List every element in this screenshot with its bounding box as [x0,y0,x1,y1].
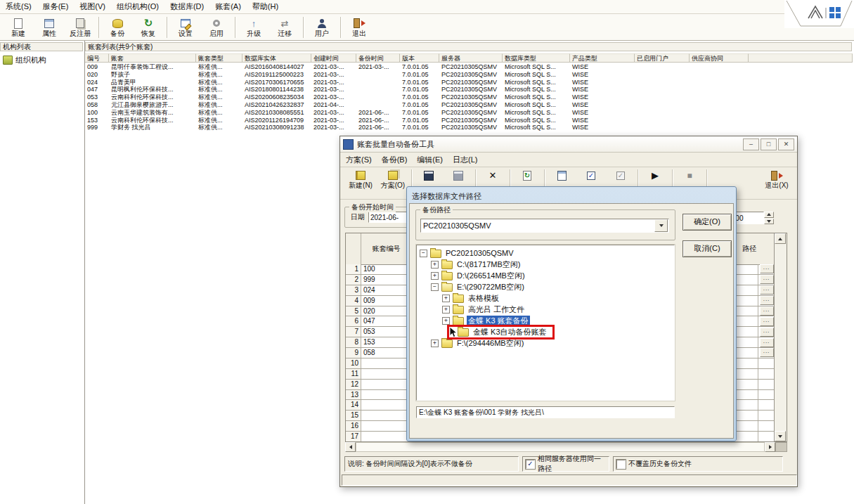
row-number: 2 [346,275,361,285]
column-header-0[interactable]: 编号 [85,53,109,63]
tree-expander-icon[interactable]: + [431,340,439,347]
tree-expander-icon[interactable]: + [442,295,450,302]
column-header-7[interactable]: 服务器 [439,53,503,63]
users-button[interactable]: 用户 [306,15,337,39]
browse-path-button[interactable]: ... [760,317,774,326]
table-row[interactable]: 058元江县御泉樱旅游开...标准供...AIS2021042623283720… [85,101,853,109]
migrate-button[interactable]: ⇄迁移 [269,15,300,39]
new-doc-button[interactable]: 新建 [3,15,34,39]
tree-expander-icon[interactable]: − [420,250,427,257]
main-menu-item-3[interactable]: 组织机构(O) [117,1,159,12]
column-header-9[interactable]: 产品类型 [570,53,635,63]
grid-horizontal-scrollbar[interactable] [345,442,787,452]
backup-tool-titlebar[interactable]: 账套批量自动备份工具 – □ ✕ [340,136,797,153]
grid-vertical-scrollbar[interactable] [774,233,787,441]
scrollbar-track[interactable] [356,442,765,452]
column-header-11[interactable]: 供应商协同 [690,53,749,63]
tree-node-3[interactable]: −E:\(290722MB空闲) [417,281,674,292]
backup-path-combobox[interactable]: PC20210305QSMV [420,219,669,233]
restore-button[interactable]: ↻恢复 [133,15,164,39]
backup-menu-item-2[interactable]: 编辑(E) [417,155,443,165]
spinner-up-icon[interactable] [764,212,774,218]
column-header-10[interactable]: 已启用门户 [635,53,690,63]
browse-path-button[interactable]: ... [760,306,774,316]
main-menu-item-5[interactable]: 账套(A) [215,1,241,12]
org-tree-item[interactable]: 组织机构 [0,53,83,65]
main-menu-item-6[interactable]: 帮助(H) [252,1,278,12]
browse-path-button[interactable]: ... [760,296,774,305]
checkbox-checked-icon[interactable]: ✓ [526,460,535,469]
table-row[interactable]: 999学财务 找光吕标准供...AIS202103080912382021-03… [85,124,853,131]
scroll-left-icon[interactable] [345,442,356,452]
column-header-6[interactable]: 版本 [400,53,439,63]
table-row[interactable]: 024品青美甲标准供...AIS201703061706552021-03-..… [85,79,853,86]
column-header-2[interactable]: 账套类型 [196,53,242,63]
table-row[interactable]: 047昆明枫利伦环保科技...标准供...AIS2018080114423820… [85,86,853,93]
tree-expander-icon[interactable]: − [431,283,439,291]
column-header-5[interactable]: 备份时间 [356,53,400,63]
backup-menu-item-3[interactable]: 日志(L) [453,155,477,165]
same-path-checkbox[interactable]: ✓ 相同服务器使用同一路径 [522,456,609,472]
table-row[interactable]: 020野孩子标准供...AIS201911250002232021-03-...… [85,71,853,79]
spinner-down-icon[interactable] [764,219,774,225]
tree-node-5[interactable]: +高光吕 工作文件 [417,304,674,315]
main-menu-item-4[interactable]: 数据库(D) [170,1,204,12]
properties-button[interactable]: 属性 [34,15,65,39]
main-menu-item-2[interactable]: 视图(V) [79,1,105,12]
column-header-4[interactable]: 创建时间 [311,53,356,63]
minimize-button[interactable]: – [743,138,759,150]
tree-node-4[interactable]: +表格模板 [417,292,674,304]
column-header-1[interactable]: 账套 [109,53,196,63]
path-dialog-titlebar[interactable]: 选择数据库文件路径 [409,189,734,203]
column-header-3[interactable]: 数据库实体 [242,53,311,63]
tree-expander-icon[interactable]: + [442,306,450,314]
ok-button[interactable]: 确定(O) [682,214,732,231]
tree-node-0[interactable]: −PC20210305QSMV [417,247,674,259]
backup-menu-item-0[interactable]: 方案(S) [346,155,372,165]
main-menu-item-1[interactable]: 服务(E) [43,1,69,12]
browse-path-button[interactable]: ... [760,338,774,347]
table-row[interactable]: 153云南科利伦环保科技...标准供...AIS2020112619470920… [85,117,853,124]
main-menu-item-0[interactable]: 系统(S) [6,1,32,12]
scroll-right-icon[interactable] [765,442,775,452]
browse-path-button[interactable]: ... [760,328,774,337]
backup-button[interactable]: 备份 [102,15,133,39]
open-plan-button[interactable]: 方案(O) [377,169,409,198]
close-button[interactable]: ✕ [778,138,794,150]
browse-path-button[interactable]: ... [760,275,774,284]
browse-path-button[interactable]: ... [760,264,774,273]
row-number: 10 [346,358,361,368]
table-row[interactable]: 053云南科利伦环保科技...标准供...AIS2020060823503420… [85,93,853,101]
enable-button[interactable]: 启用 [201,15,232,39]
account-code-cell [361,400,412,410]
table-cell [690,101,749,109]
no-overwrite-checkbox[interactable]: 不覆盖历史备份文件 [613,456,783,472]
tree-node-7[interactable]: 金蝶 K3自动备份账套 [417,326,674,337]
settings-button[interactable]: 设置 [170,15,201,39]
scroll-up-icon[interactable] [775,233,786,244]
cancel-button[interactable]: 取消(C) [682,240,732,257]
upgrade-button[interactable]: ↑升级 [238,15,269,39]
backup-menu-item-1[interactable]: 备份(B) [382,155,408,165]
table-row[interactable]: 100云南玉华建筑装饰有...标准供...AIS2021030808555120… [85,109,853,117]
tree-expander-icon[interactable]: + [431,261,439,269]
browse-path-button[interactable]: ... [760,285,774,295]
tree-node-1[interactable]: +C:\(81717MB空闲) [417,259,674,270]
combobox-dropdown-icon[interactable] [654,219,668,232]
new-plan-button[interactable]: 新建(N) [344,169,377,198]
checkbox-unchecked-icon[interactable] [616,460,626,469]
browse-path-button[interactable]: ... [760,348,774,357]
tree-node-2[interactable]: +D:\(266514MB空闲) [417,270,674,281]
table-cell [635,86,690,93]
maximize-button[interactable]: □ [761,138,777,150]
table-row[interactable]: 009昆明仟泰装饰工程设...标准供...AIS2016040814402720… [85,63,853,71]
tree-expander-icon[interactable]: + [442,317,450,325]
scroll-down-icon[interactable] [775,431,786,441]
column-header-8[interactable]: 数据库类型 [503,53,570,63]
selected-path-field[interactable]: E:\金蝶 K3 账套备份\001 学财务 找光吕\ [416,406,675,418]
exit-button[interactable]: 退出(X) [761,169,793,198]
unregister-button[interactable]: 反注册 [65,15,96,39]
exit-button[interactable]: 退出 [344,15,375,39]
stop-backup-icon: ■ [683,169,696,181]
tree-expander-icon[interactable]: + [431,272,439,280]
